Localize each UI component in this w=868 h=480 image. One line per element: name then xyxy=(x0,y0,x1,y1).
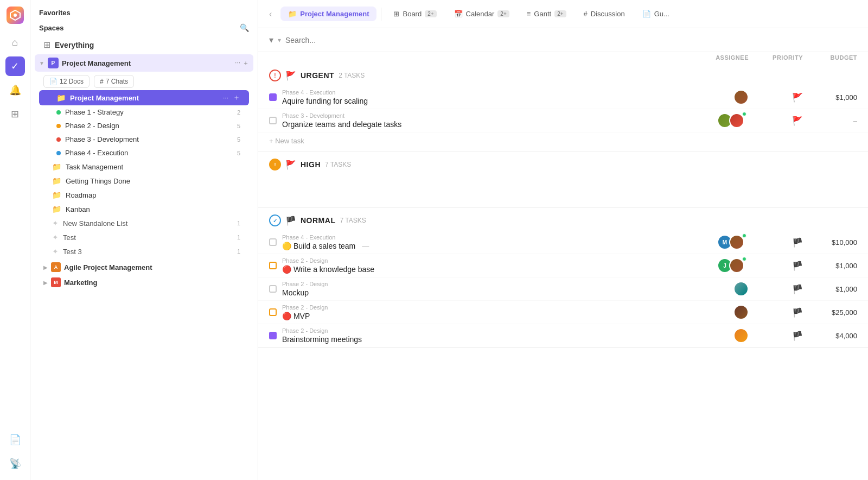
task-checkbox[interactable] xyxy=(269,262,277,269)
tasks-nav[interactable]: ✓ xyxy=(5,56,25,76)
phase3-list[interactable]: Phase 3 - Development 5 xyxy=(39,132,249,146)
task-info: Phase 2 - Design Brainstorming meetings xyxy=(282,327,684,344)
space-more-icon[interactable]: ··· xyxy=(235,59,240,68)
new-task-row[interactable]: + New task xyxy=(258,132,868,151)
filter-dropdown-arrow[interactable]: ▾ xyxy=(278,36,281,44)
folder-icon: 📁 xyxy=(52,162,61,171)
urgent-circle[interactable]: ! xyxy=(269,70,281,81)
agile-avatar: A xyxy=(51,262,61,272)
task-budget: $4,000 xyxy=(803,332,857,340)
standalone-test[interactable]: ✦ Test 1 xyxy=(39,230,249,244)
task-row[interactable]: Phase 4 - Execution 🟡 Build a sales team… xyxy=(258,231,868,254)
everything-label: Everything xyxy=(55,41,94,49)
task-assignee xyxy=(684,90,749,105)
normal-count: 7 TASKS xyxy=(340,217,366,224)
task-checkbox[interactable] xyxy=(269,308,277,316)
task-row[interactable]: Phase 2 - Design Mockup 🏴 $1,000 xyxy=(258,277,868,301)
grid-nav[interactable]: ⊞ xyxy=(5,104,25,124)
spaces-search-icon[interactable]: 🔍 xyxy=(240,23,249,32)
normal-header[interactable]: ✓ 🏴 NORMAL 7 TASKS xyxy=(258,208,868,231)
tab-discussion[interactable]: # Discussion xyxy=(576,7,633,21)
tab-gantt-badge: 2+ xyxy=(554,10,566,17)
phase2-list[interactable]: Phase 2 - Design 5 xyxy=(39,119,249,132)
standalone-new-list[interactable]: ✦ New Standalone List 1 xyxy=(39,216,249,230)
task-assignee xyxy=(684,113,749,128)
everything-item[interactable]: ⊞ Everything xyxy=(35,36,253,53)
agile-space-item[interactable]: ▶ A Agile Project Management xyxy=(35,260,253,275)
task-priority: 🚩 xyxy=(749,92,803,103)
high-header[interactable]: ! 🚩 HIGH 7 TASKS xyxy=(258,152,868,175)
tab-project-management[interactable]: 📁 Project Management xyxy=(280,7,376,21)
icon-rail: ⌂ ✓ 🔔 ⊞ 📄 📡 xyxy=(0,0,30,480)
task-assignee xyxy=(684,328,749,343)
task-name: 🔴 MVP xyxy=(282,312,684,320)
task-management-folder[interactable]: 📁 Task Management xyxy=(39,160,249,174)
filter-bar: ▾ ▾ xyxy=(258,28,868,52)
task-row[interactable]: Phase 2 - Design 🔴 Write a knowledge bas… xyxy=(258,254,868,277)
urgent-header[interactable]: ! 🚩 URGENT 2 TASKS xyxy=(258,63,868,86)
project-management-list-active[interactable]: 📁 Project Management ··· ＋ xyxy=(39,90,249,105)
phase1-list[interactable]: Phase 1 - Strategy 2 xyxy=(39,105,249,119)
tab-gantt[interactable]: ≡ Gantt 2+ xyxy=(519,7,574,21)
svg-point-1 xyxy=(14,14,17,17)
kanban-folder[interactable]: 📁 Kanban xyxy=(39,202,249,216)
chats-button[interactable]: # 7 Chats xyxy=(94,75,134,88)
avatar xyxy=(733,328,749,343)
urgent-count: 2 TASKS xyxy=(339,72,365,79)
task-row[interactable]: Phase 4 - Execution Aquire funding for s… xyxy=(258,86,868,109)
doc-nav[interactable]: 📄 xyxy=(5,430,25,450)
task-priority: 🏴 xyxy=(749,261,803,271)
home-nav[interactable]: ⌂ xyxy=(5,33,25,52)
list-more-icon[interactable]: ··· xyxy=(223,94,228,102)
favorites-label: Favorites xyxy=(30,7,258,21)
high-flag: 🚩 xyxy=(285,160,296,170)
high-circle[interactable]: ! xyxy=(269,159,281,170)
tab-gu[interactable]: 📄 Gu... xyxy=(635,7,677,21)
tab-calendar-icon: 📅 xyxy=(454,10,463,18)
tab-board-icon: ⊞ xyxy=(393,10,399,18)
task-checkbox[interactable] xyxy=(269,93,277,101)
collapse-sidebar-btn[interactable]: ‹ xyxy=(267,7,274,21)
marketing-space-item[interactable]: ▶ M Marketing xyxy=(35,275,253,290)
folder-icon: 📁 xyxy=(52,176,61,185)
standalone-icon: ✦ xyxy=(52,233,59,242)
normal-circle[interactable]: ✓ xyxy=(269,214,281,226)
standalone-test3[interactable]: ✦ Test 3 1 xyxy=(39,244,249,258)
radio-nav[interactable]: 📡 xyxy=(5,454,25,473)
space-add-icon[interactable]: ＋ xyxy=(242,59,249,68)
task-budget: $10,000 xyxy=(803,238,857,247)
task-row[interactable]: Phase 3 - Development Organize teams and… xyxy=(258,109,868,132)
getting-things-done-folder[interactable]: 📁 Getting Things Done xyxy=(39,174,249,188)
task-phase: Phase 2 - Design xyxy=(282,281,684,287)
doc-icon: 📄 xyxy=(49,78,58,85)
task-row[interactable]: Phase 2 - Design 🔴 MVP 🏴 $25,000 xyxy=(258,301,868,324)
task-checkbox[interactable] xyxy=(269,117,277,124)
task-checkbox[interactable] xyxy=(269,285,277,293)
docs-button[interactable]: 📄 12 Docs xyxy=(43,75,90,88)
roadmap-folder[interactable]: 📁 Roadmap xyxy=(39,188,249,202)
online-dot xyxy=(742,233,746,238)
task-phase: Phase 4 - Execution xyxy=(282,89,684,96)
inline-dash: — xyxy=(362,242,369,250)
marketing-avatar: M xyxy=(51,277,61,287)
task-row[interactable]: Phase 2 - Design Brainstorming meetings … xyxy=(258,324,868,348)
priority-flag-icon: 🏴 xyxy=(792,284,803,294)
priority-flag-icon: 🏴 xyxy=(792,307,803,318)
filter-icon[interactable]: ▾ xyxy=(269,35,273,45)
task-checkbox[interactable] xyxy=(269,332,277,339)
tab-board[interactable]: ⊞ Board 2+ xyxy=(386,7,444,21)
priority-flag-icon: 🏴 xyxy=(792,237,803,248)
space-header[interactable]: ▼ P Project Management ··· ＋ xyxy=(35,54,253,72)
task-info: Phase 3 - Development Organize teams and… xyxy=(282,112,684,129)
search-input[interactable] xyxy=(285,36,857,45)
list-folder-icon: 📁 xyxy=(56,93,66,102)
list-add-icon[interactable]: ＋ xyxy=(233,93,240,103)
phase4-list[interactable]: Phase 4 - Execution 5 xyxy=(39,146,249,160)
task-checkbox[interactable] xyxy=(269,238,277,246)
tab-doc-icon: 📄 xyxy=(642,10,651,18)
online-dot xyxy=(742,112,746,116)
tab-calendar[interactable]: 📅 Calendar 2+ xyxy=(446,7,517,21)
task-name: 🔴 Write a knowledge base xyxy=(282,265,684,274)
assignee-header: ASSIGNEE xyxy=(684,54,749,61)
bell-nav[interactable]: 🔔 xyxy=(5,80,25,100)
